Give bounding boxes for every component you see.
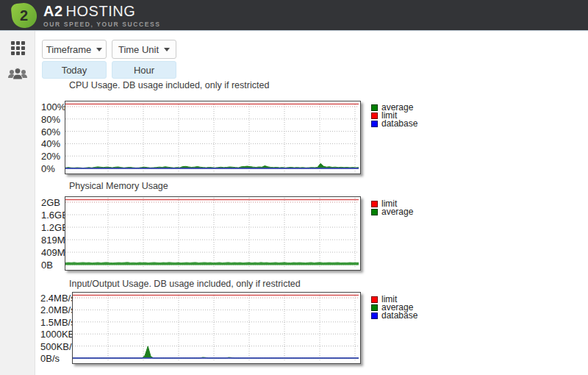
legend-swatch-icon [371,312,378,319]
io-chart-legend: limitaveragedatabase [371,296,417,320]
logo-text: A2HOSTING OUR SPEED, YOUR SUCCESS [43,4,160,28]
users-icon[interactable] [0,66,35,82]
legend-label: average [381,208,413,216]
cpu-chart-plot [65,101,361,174]
a2hosting-logo[interactable]: 2 A2HOSTING OUR SPEED, YOUR SUCCESS [12,3,160,28]
left-sidebar [0,31,35,375]
timeframe-value-button[interactable]: Today [42,61,107,79]
legend-item-average: average [371,208,413,216]
apps-grid-icon[interactable] [0,41,35,55]
timeframe-dropdown[interactable]: Timeframe [42,40,107,59]
io-chart-plot [72,292,361,364]
legend-swatch-icon [371,201,378,207]
y-tick-label: 1.5MB/s [40,316,76,327]
y-tick-label: 80% [41,113,60,124]
timeunit-dropdown[interactable]: Time Unit [112,40,176,59]
logo-glyph: 2 [20,7,28,24]
legend-swatch-icon [371,209,378,215]
legend-swatch-icon [371,113,378,119]
y-tick-label: 500KB/s [40,340,76,351]
chevron-down-icon [164,48,170,51]
y-tick-label: 2GB [41,197,60,208]
logo-brand-a2: A2 [43,3,63,19]
legend-label: database [381,312,417,320]
y-tick-label: 0% [41,163,55,174]
y-tick-label: 60% [41,126,60,137]
y-tick-label: 40% [41,138,60,149]
legend-item-database: database [371,312,417,320]
legend-swatch-icon [371,296,378,303]
timeframe-dropdown-label: Timeframe [46,44,92,55]
grid-glyph [11,41,25,55]
legend-label: database [381,120,417,128]
chevron-down-icon [96,48,102,51]
timeframe-value-label: Today [62,65,87,76]
logo-brand-hosting: HOSTING [66,3,136,19]
y-tick-label: 2.0MB/s [40,304,76,315]
resource-usage-page: 2 A2HOSTING OUR SPEED, YOUR SUCCESS [0,0,588,375]
y-tick-label: 20% [41,151,60,162]
app-header: 2 A2HOSTING OUR SPEED, YOUR SUCCESS [0,0,588,31]
users-glyph [7,66,28,82]
memory-chart-title: Physical Memory Usage [69,181,168,191]
legend-swatch-icon [371,104,378,111]
logo-tagline: OUR SPEED, YOUR SUCCESS [43,21,160,28]
y-tick-label: 100% [41,101,65,113]
legend-swatch-icon [371,121,378,127]
y-tick-label: 0B/s [40,353,60,364]
legend-item-database: database [371,120,417,128]
timeunit-dropdown-label: Time Unit [118,44,159,55]
memory-chart-legend: limitaverage [371,200,413,216]
cpu-chart-legend: averagelimitdatabase [371,104,417,128]
timeunit-value-button[interactable]: Hour [112,61,176,79]
memory-chart-plot [65,196,361,271]
a2-logo-icon: 2 [10,1,37,29]
legend-swatch-icon [371,304,378,311]
y-tick-label: 2.4MB/s [40,293,76,304]
y-tick-label: 0B [41,260,53,271]
timeunit-value-label: Hour [134,65,154,76]
io-chart-title: Input/Output Usage. DB usage included, o… [69,279,301,289]
cpu-chart-title: CPU Usage. DB usage included, only if re… [69,80,269,90]
